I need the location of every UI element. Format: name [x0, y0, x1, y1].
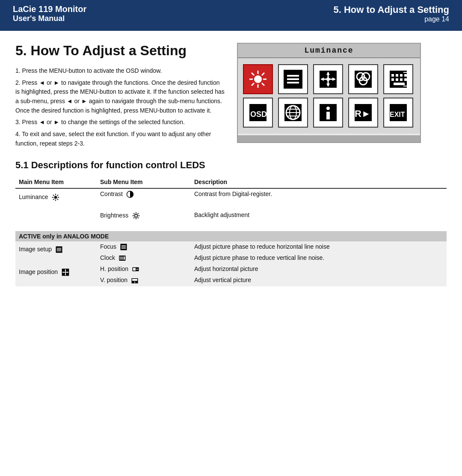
- osd-title: Luminance: [238, 44, 420, 58]
- sub-focus: Focus: [97, 241, 191, 253]
- svg-rect-30: [396, 78, 398, 81]
- svg-rect-32: [404, 74, 407, 77]
- desc-hposition: Adjust horizontal picture: [191, 264, 447, 275]
- table-row: Luminance Contrast: [15, 188, 447, 210]
- osd-icon-info[interactable]: [313, 98, 343, 128]
- svg-line-7: [262, 73, 264, 75]
- svg-rect-47: [326, 112, 330, 119]
- svg-text:OSD: OSD: [250, 110, 267, 119]
- vposition-icon: [131, 277, 139, 285]
- osd-icons-grid: OSD: [238, 58, 420, 134]
- exit-svg: EXIT: [388, 102, 409, 123]
- table-row: Image position H. position: [15, 264, 447, 275]
- svg-rect-27: [396, 74, 398, 77]
- desc-contrast: Contrast from Digital-register.: [191, 188, 447, 210]
- clock-icon: [118, 254, 126, 262]
- manual-subtitle: User's Manual: [13, 14, 86, 23]
- osd-panel: Luminance: [237, 43, 421, 143]
- osd-icon-color-setup[interactable]: [348, 64, 378, 94]
- svg-line-58: [57, 199, 58, 199]
- svg-point-62: [135, 214, 138, 217]
- analog-mode-label: ACTIVE only in ANALOG MODE: [15, 231, 447, 241]
- right-column: Luminance: [237, 43, 421, 151]
- hposition-icon: [132, 265, 139, 273]
- svg-line-69: [138, 213, 139, 214]
- svg-line-5: [252, 73, 254, 75]
- osd-icon-svg: OSD: [248, 102, 268, 123]
- luminance-svg: [248, 69, 268, 89]
- svg-line-57: [53, 195, 54, 196]
- svg-rect-31: [400, 78, 403, 81]
- language-svg: [283, 102, 303, 123]
- desc-focus: Adjust picture phase to reduce horizonta…: [191, 241, 447, 253]
- svg-line-68: [138, 217, 139, 218]
- header-right: 5. How to Adjust a Setting page 14: [333, 4, 449, 23]
- osd-icon-image-position[interactable]: [313, 64, 343, 94]
- section-51-title: 5.1 Descriptions for function control LE…: [15, 160, 447, 171]
- focus-icon: [120, 243, 127, 251]
- sub-vposition: V. position: [97, 275, 191, 286]
- contrast-icon: [126, 190, 134, 198]
- svg-text:EXIT: EXIT: [390, 111, 405, 118]
- image-setup-svg: [283, 69, 303, 89]
- osd-icon-image-setup[interactable]: [278, 64, 308, 94]
- main-menu-luminance: Luminance: [15, 188, 97, 231]
- osd-icon-exit[interactable]: EXIT: [383, 98, 413, 128]
- osd-icon-osd[interactable]: OSD: [243, 98, 273, 128]
- page-title: 5. How To Adjust a Setting: [15, 43, 225, 59]
- instruction-4: 4. To exit and save, select the exit fun…: [15, 130, 225, 148]
- instruction-1: 1. Press the MENU-button to activate the…: [15, 66, 225, 76]
- image-setup-icon: [55, 246, 63, 253]
- col-header-desc: Description: [191, 177, 447, 188]
- osd-bottom-bar: [238, 135, 420, 142]
- main-content: 5. How To Adjust a Setting 1. Press the …: [0, 31, 462, 160]
- svg-rect-28: [400, 74, 403, 77]
- info-svg: [318, 102, 338, 123]
- svg-rect-29: [391, 78, 394, 81]
- section-51: 5.1 Descriptions for function control LE…: [0, 160, 462, 295]
- svg-point-20: [326, 77, 330, 81]
- svg-line-67: [133, 213, 134, 214]
- sub-brightness: Brightness: [97, 210, 191, 231]
- col-header-main: Main Menu Item: [15, 177, 97, 188]
- extra-svg: [388, 69, 409, 89]
- sub-clock: Clock: [97, 253, 191, 264]
- sub-hposition: H. position: [97, 264, 191, 275]
- instruction-3: 3. Press ◄ or ► to change the settings o…: [15, 118, 225, 127]
- svg-point-0: [254, 75, 262, 83]
- svg-line-8: [252, 83, 254, 86]
- osd-icon-luminance[interactable]: [243, 64, 273, 94]
- page-number: page 14: [424, 15, 449, 23]
- svg-text:R►: R►: [355, 108, 371, 119]
- image-position-svg: [318, 69, 338, 89]
- main-image-position: Image position: [15, 264, 97, 286]
- osd-icon-language[interactable]: [278, 98, 308, 128]
- instructions-block: 1. Press the MENU-button to activate the…: [15, 66, 225, 149]
- chapter-title: 5. How to Adjust a Setting: [333, 4, 449, 15]
- svg-line-6: [262, 83, 264, 86]
- svg-point-52: [54, 196, 57, 199]
- analog-header-row: ACTIVE only in ANALOG MODE: [15, 231, 447, 241]
- svg-rect-26: [391, 74, 394, 77]
- svg-point-46: [326, 107, 330, 110]
- monitor-title: LaCie 119 Monitor: [13, 4, 86, 14]
- image-position-icon: [61, 268, 70, 277]
- svg-rect-96: [132, 279, 137, 281]
- osd-icon-reset[interactable]: R►: [348, 98, 378, 128]
- desc-vposition: Adjust vertical picture: [191, 275, 447, 286]
- svg-rect-93: [133, 268, 136, 271]
- svg-line-70: [133, 217, 134, 218]
- function-table: Main Menu Item Sub Menu Item Description…: [15, 177, 447, 286]
- table-row: Image setup Focus: [15, 241, 447, 253]
- sub-contrast: Contrast: [97, 188, 191, 210]
- luminance-icon: [51, 193, 60, 202]
- left-column: 5. How To Adjust a Setting 1. Press the …: [15, 43, 225, 151]
- color-setup-svg: [353, 69, 373, 89]
- brightness-icon: [132, 211, 140, 220]
- svg-line-60: [53, 199, 54, 199]
- instruction-2: 2. Press ◄ or ► to navigate through the …: [15, 78, 225, 116]
- desc-clock: Adjust picture phase to reduce vertical …: [191, 253, 447, 264]
- osd-icon-extra[interactable]: [383, 64, 413, 94]
- desc-brightness: Backlight adjustment: [191, 210, 447, 231]
- main-image-setup: Image setup: [15, 241, 97, 264]
